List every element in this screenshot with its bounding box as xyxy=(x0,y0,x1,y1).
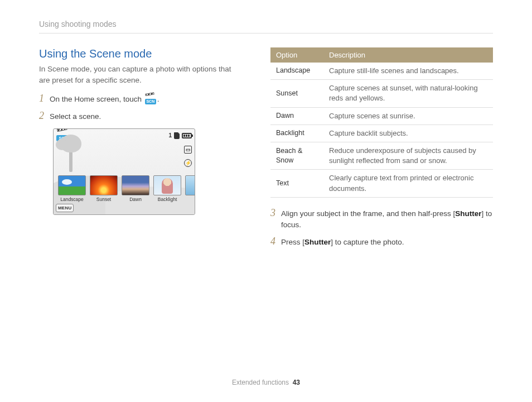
status-icons: 1 xyxy=(168,132,192,139)
step-number: 1 xyxy=(39,93,44,104)
page-number: 43 xyxy=(293,379,300,386)
footer-section: Extended functions xyxy=(232,379,289,386)
step-number: 4 xyxy=(270,236,275,247)
option-name: Landscape xyxy=(270,63,323,80)
sunset-thumb-icon xyxy=(90,175,118,195)
display-side-icons: ▭ ⚡ xyxy=(184,146,192,167)
option-desc: Capture scenes at sunrise. xyxy=(323,107,493,125)
step-1-text-b: . xyxy=(157,95,159,103)
option-desc: Capture backlit subjects. xyxy=(323,125,493,142)
breadcrumb: Using shooting modes xyxy=(39,20,493,34)
page-footer: Extended functions 43 xyxy=(0,379,532,386)
option-desc: Capture still-life scenes and landscapes… xyxy=(323,63,493,80)
thumb-partial xyxy=(185,175,195,202)
thumb-landscape: Landscape xyxy=(58,175,86,202)
step-number: 2 xyxy=(39,111,44,122)
thumb-label: Sunset xyxy=(90,197,118,202)
step-4: 4 Press [Shutter] to capture the photo. xyxy=(270,236,493,248)
shot-counter: 1 xyxy=(168,132,172,138)
option-name: Backlight xyxy=(270,125,323,142)
shutter-label: Shutter xyxy=(455,209,481,218)
option-name: Beach & Snow xyxy=(270,142,323,169)
option-name: Sunset xyxy=(270,80,323,107)
thumb-label: Dawn xyxy=(122,197,149,202)
table-row: Landscape Capture still-life scenes and … xyxy=(270,63,493,80)
thumb-label: Landscape xyxy=(58,197,86,202)
thumb-label: Backlight xyxy=(153,197,181,202)
tree-graphic xyxy=(60,147,72,172)
scn-label-inline: SCN xyxy=(145,99,156,104)
step-text: Align your subject in the frame, and the… xyxy=(281,208,493,231)
step-3: 3 Align your subject in the frame, and t… xyxy=(270,208,493,231)
table-row: Backlight Capture backlit subjects. xyxy=(270,125,493,142)
flash-icon: ⚡ xyxy=(184,159,192,167)
option-desc: Clearly capture text from printed or ele… xyxy=(323,170,493,197)
step-text: Press [Shutter] to capture the photo. xyxy=(281,236,404,248)
table-row: Sunset Capture scenes at sunset, with na… xyxy=(270,80,493,107)
section-heading: Using the Scene mode xyxy=(39,47,240,60)
options-table: Option Description Landscape Capture sti… xyxy=(270,47,493,198)
intro-paragraph: In Scene mode, you can capture a photo w… xyxy=(39,64,240,85)
image-size-icon: ▭ xyxy=(184,146,192,154)
step-4-text-a: Press [ xyxy=(281,238,304,246)
table-header-description: Description xyxy=(323,47,493,63)
step-text: Select a scene. xyxy=(50,111,101,122)
table-row: Beach & Snow Reduce underexposure of sub… xyxy=(270,142,493,169)
thumb-dawn: Dawn xyxy=(122,175,149,202)
thumb-sunset: Sunset xyxy=(90,175,118,202)
left-column: Using the Scene mode In Scene mode, you … xyxy=(39,47,240,253)
menu-button: MENU xyxy=(56,204,74,212)
table-row: Dawn Capture scenes at sunrise. xyxy=(270,107,493,125)
right-column: Option Description Landscape Capture sti… xyxy=(270,47,493,253)
step-1-text-a: On the Home screen, touch xyxy=(50,95,144,103)
table-header-option: Option xyxy=(270,47,323,63)
camera-display-illustration: SCN 1 ▭ ⚡ xyxy=(53,128,195,215)
battery-icon xyxy=(182,133,192,138)
landscape-thumb-icon xyxy=(58,175,86,195)
dawn-thumb-icon xyxy=(122,175,149,195)
option-desc: Reduce underexposure of subjects caused … xyxy=(323,142,493,169)
step-4-text-b: ] to capture the photo. xyxy=(331,238,404,246)
backlight-thumb-icon xyxy=(153,175,181,195)
thumb-backlight: Backlight xyxy=(153,175,181,202)
page-content: Using shooting modes Using the Scene mod… xyxy=(0,0,532,253)
option-name: Text xyxy=(270,170,323,197)
shutter-label: Shutter xyxy=(304,238,331,246)
step-number: 3 xyxy=(270,208,275,219)
step-2: 2 Select a scene. xyxy=(39,111,240,122)
step-text: On the Home screen, touch SCN. xyxy=(50,93,159,105)
step-1: 1 On the Home screen, touch SCN. xyxy=(39,93,240,105)
sd-card-icon xyxy=(174,132,180,139)
table-row: Text Clearly capture text from printed o… xyxy=(270,170,493,197)
two-column-layout: Using the Scene mode In Scene mode, you … xyxy=(39,47,493,253)
scene-mode-icon: SCN xyxy=(145,95,156,104)
partial-thumb-icon xyxy=(185,175,195,195)
scene-thumbnails: Landscape Sunset Dawn Backlight xyxy=(58,175,183,202)
option-desc: Capture scenes at sunset, with natural-l… xyxy=(323,80,493,107)
option-name: Dawn xyxy=(270,107,323,125)
step-3-text-a: Align your subject in the frame, and the… xyxy=(281,209,455,218)
